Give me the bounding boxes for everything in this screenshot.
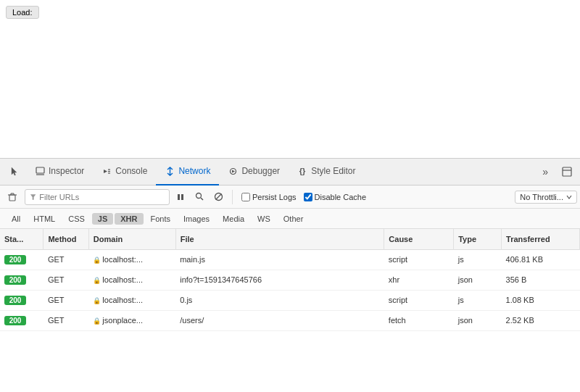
search-icon bbox=[195, 192, 204, 201]
cell-type: json bbox=[454, 310, 502, 330]
cell-method: GET bbox=[44, 310, 88, 330]
filter-options: Persist Logs Disable Cache bbox=[241, 193, 366, 201]
cell-type: js bbox=[454, 290, 502, 310]
status-badge: 200 bbox=[4, 255, 26, 264]
col-header-cause[interactable]: Cause bbox=[384, 229, 454, 249]
table-row[interactable]: 200 GET 🔒localhost:... main.js script js… bbox=[0, 249, 580, 270]
load-button[interactable]: Load: bbox=[6, 6, 39, 19]
col-header-status[interactable]: Sta... bbox=[0, 229, 44, 249]
tab-debugger-label: Debugger bbox=[241, 166, 280, 176]
network-icon bbox=[165, 166, 175, 176]
block-request-button[interactable] bbox=[210, 189, 226, 205]
table-header-row: Sta... Method Domain File Cause Type Tra… bbox=[0, 229, 580, 249]
tab-network[interactable]: Network bbox=[156, 158, 219, 185]
devtools-tabs: Inspector Console bbox=[26, 158, 536, 185]
lock-icon: 🔒 bbox=[93, 277, 101, 284]
dock-button[interactable] bbox=[557, 162, 577, 182]
trash-icon bbox=[7, 192, 17, 202]
cell-file: /users/ bbox=[175, 310, 384, 330]
tab-console[interactable]: Console bbox=[93, 158, 156, 185]
filter-input-wrap[interactable] bbox=[25, 189, 170, 205]
filter-js-button[interactable]: JS bbox=[92, 213, 113, 225]
tab-console-label: Console bbox=[115, 166, 147, 176]
tab-inspector-label: Inspector bbox=[49, 166, 84, 176]
disable-cache-checkbox[interactable] bbox=[304, 193, 312, 201]
persist-logs-label[interactable]: Persist Logs bbox=[241, 193, 297, 201]
cell-status: 200 bbox=[0, 310, 44, 330]
clear-log-button[interactable] bbox=[3, 188, 22, 207]
filter-images-button[interactable]: Images bbox=[178, 213, 215, 225]
col-header-file[interactable]: File bbox=[175, 229, 384, 249]
disable-cache-label[interactable]: Disable Cache bbox=[304, 193, 367, 201]
cell-cause: xhr bbox=[384, 270, 454, 290]
filter-all-button[interactable]: All bbox=[6, 213, 26, 225]
svg-line-22 bbox=[215, 194, 221, 200]
filter-xhr-button[interactable]: XHR bbox=[115, 213, 143, 225]
tab-inspector[interactable]: Inspector bbox=[26, 158, 93, 185]
search-button[interactable] bbox=[191, 189, 207, 205]
cell-type: js bbox=[454, 249, 502, 270]
cell-domain: 🔒jsonplace... bbox=[88, 310, 175, 330]
table-row[interactable]: 200 GET 🔒localhost:... info?t=1591347645… bbox=[0, 270, 580, 290]
pointer-icon bbox=[9, 166, 20, 178]
filter-html-button[interactable]: HTML bbox=[28, 213, 61, 225]
pause-icon bbox=[176, 193, 185, 201]
block-icon bbox=[214, 192, 223, 201]
filter-bar: Persist Logs Disable Cache No Throttli..… bbox=[0, 185, 580, 209]
filter-media-button[interactable]: Media bbox=[217, 213, 250, 225]
svg-rect-18 bbox=[181, 194, 183, 200]
cell-file: main.js bbox=[175, 249, 384, 270]
cell-status: 200 bbox=[0, 249, 44, 270]
svg-rect-17 bbox=[178, 194, 180, 200]
cell-domain: 🔒localhost:... bbox=[88, 270, 175, 290]
throttle-selector[interactable]: No Throttli... bbox=[515, 191, 577, 204]
style-editor-icon: {} bbox=[297, 166, 307, 176]
cell-domain: 🔒localhost:... bbox=[88, 249, 175, 270]
filter-other-button[interactable]: Other bbox=[278, 213, 310, 225]
tab-style-editor-label: Style Editor bbox=[311, 166, 355, 176]
filter-funnel-icon bbox=[30, 193, 36, 201]
cell-method: GET bbox=[44, 249, 88, 270]
svg-marker-16 bbox=[30, 194, 36, 199]
persist-logs-checkbox[interactable] bbox=[241, 193, 250, 201]
cell-status: 200 bbox=[0, 290, 44, 310]
filter-url-input[interactable] bbox=[39, 193, 165, 201]
cell-transferred: 406.81 KB bbox=[502, 249, 580, 270]
svg-rect-9 bbox=[563, 167, 571, 176]
cell-domain: 🔒localhost:... bbox=[88, 290, 175, 310]
console-svg bbox=[102, 167, 112, 176]
pause-recording-button[interactable] bbox=[173, 189, 188, 205]
svg-marker-8 bbox=[232, 170, 235, 172]
type-filter-bar: All HTML CSS JS XHR Fonts Images Media W… bbox=[0, 209, 580, 229]
cell-cause: fetch bbox=[384, 310, 454, 330]
tab-network-label: Network bbox=[178, 166, 210, 176]
cell-cause: script bbox=[384, 249, 454, 270]
lock-icon: 🔒 bbox=[93, 317, 101, 325]
inspector-svg bbox=[36, 167, 45, 176]
col-header-transferred[interactable]: Transferred bbox=[502, 229, 580, 249]
filter-css-button[interactable]: CSS bbox=[62, 213, 91, 225]
table-row[interactable]: 200 GET 🔒jsonplace... /users/ fetch json… bbox=[0, 310, 580, 330]
devtools-toolbar: Inspector Console bbox=[0, 158, 580, 185]
tab-debugger[interactable]: Debugger bbox=[219, 158, 289, 185]
col-header-type[interactable]: Type bbox=[454, 229, 502, 249]
cell-transferred: 356 B bbox=[502, 270, 580, 290]
filter-ws-button[interactable]: WS bbox=[252, 213, 276, 225]
pointer-tool-button[interactable] bbox=[3, 160, 26, 183]
filter-fonts-button[interactable]: Fonts bbox=[145, 213, 177, 225]
console-icon bbox=[102, 166, 112, 176]
more-tabs-button[interactable]: » bbox=[536, 166, 554, 178]
status-badge: 200 bbox=[4, 316, 26, 325]
cell-cause: script bbox=[384, 290, 454, 310]
col-header-method[interactable]: Method bbox=[44, 229, 88, 249]
status-badge: 200 bbox=[4, 275, 26, 285]
table-row[interactable]: 200 GET 🔒localhost:... 0.js script js 1.… bbox=[0, 290, 580, 310]
network-requests-area: Sta... Method Domain File Cause Type Tra… bbox=[0, 229, 580, 331]
col-header-domain[interactable]: Domain bbox=[88, 229, 175, 249]
inspector-icon bbox=[35, 166, 45, 176]
debugger-icon bbox=[228, 166, 238, 176]
status-badge: 200 bbox=[4, 296, 26, 305]
tab-style-editor[interactable]: {} Style Editor bbox=[289, 158, 364, 185]
throttle-label: No Throttli... bbox=[520, 193, 563, 201]
cell-transferred: 2.52 KB bbox=[502, 310, 580, 330]
